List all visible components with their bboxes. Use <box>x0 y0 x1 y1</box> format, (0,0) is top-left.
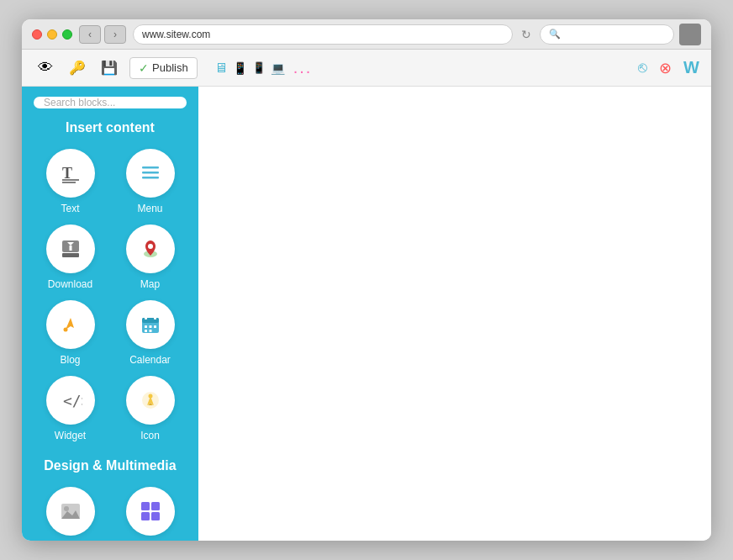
save-icon[interactable]: 💾 <box>98 56 121 80</box>
svg-rect-16 <box>154 315 156 320</box>
svg-rect-18 <box>149 325 151 328</box>
svg-text:</>: </> <box>63 392 82 409</box>
share-icon[interactable]: ⎋ <box>638 59 647 77</box>
svg-rect-19 <box>154 325 156 328</box>
maximize-button[interactable] <box>62 29 72 40</box>
search-icon: 🔍 <box>549 29 561 40</box>
main-area: Search blocks... Insert content T Text <box>22 87 711 541</box>
svg-rect-7 <box>62 253 79 257</box>
blog-icon <box>59 313 82 336</box>
close-button[interactable] <box>32 29 42 40</box>
title-bar: ‹ › www.sitew.com ↻ 🔍 <box>22 19 711 50</box>
svg-rect-21 <box>149 330 151 332</box>
refresh-button[interactable]: ↻ <box>518 28 535 41</box>
svg-point-12 <box>63 328 67 332</box>
toolbar-left: 👁 🔑 💾 ✓ Publish 🖥 📱 📱 💻 ... <box>34 56 630 80</box>
url-text: www.sitew.com <box>142 29 210 40</box>
svg-point-26 <box>64 506 69 511</box>
image-icon <box>59 499 82 523</box>
back-button[interactable]: ‹ <box>79 25 101 44</box>
block-item-download[interactable]: Download <box>34 225 107 290</box>
block-item-calendar[interactable]: Calendar <box>113 300 187 366</box>
block-circle-image <box>46 487 95 536</box>
block-item-blog[interactable]: Blog <box>34 300 107 366</box>
block-circle-icon <box>126 376 175 425</box>
svg-rect-15 <box>145 315 147 320</box>
toolbar-right: ⎋ ⊗ W <box>638 58 699 77</box>
tv-icon[interactable]: 💻 <box>271 61 285 75</box>
map-icon <box>139 237 162 261</box>
desktop-icon[interactable]: 🖥 <box>214 61 228 76</box>
svg-rect-3 <box>142 166 159 169</box>
svg-rect-17 <box>145 325 147 328</box>
block-circle-widget: </> <box>46 376 95 425</box>
browser-search-bar[interactable]: 🔍 <box>540 24 674 45</box>
publish-button[interactable]: ✓ Publish <box>129 57 198 79</box>
tablet-icon[interactable]: 📱 <box>233 61 247 75</box>
svg-point-11 <box>148 244 153 249</box>
svg-rect-4 <box>142 172 159 174</box>
svg-rect-9 <box>69 246 71 251</box>
insert-content-grid: T Text <box>22 149 198 453</box>
block-circle-blog <box>46 300 95 349</box>
design-multimedia-grid: Image Gallery <box>22 487 198 541</box>
search-blocks-placeholder: Search blocks... <box>44 97 115 108</box>
svg-rect-28 <box>141 502 150 510</box>
block-circle-gallery <box>126 487 175 536</box>
download-icon <box>59 237 82 261</box>
block-item-gallery[interactable]: Gallery <box>113 487 187 541</box>
block-circle-download <box>46 225 95 273</box>
block-label-widget: Widget <box>55 430 86 441</box>
device-icons: 🖥 📱 📱 💻 <box>214 61 285 76</box>
search-blocks-input[interactable]: Search blocks... <box>34 97 187 108</box>
icon-icon <box>139 388 162 412</box>
block-item-widget[interactable]: </> Widget <box>34 376 107 441</box>
block-item-text[interactable]: T Text <box>34 149 107 214</box>
menu-icon <box>139 161 162 185</box>
extension-icon[interactable] <box>679 24 701 45</box>
svg-rect-20 <box>145 330 147 332</box>
insert-content-title: Insert content <box>22 115 198 139</box>
publish-label: Publish <box>152 61 188 74</box>
block-label-icon: Icon <box>140 430 160 441</box>
block-label-calendar: Calendar <box>129 354 171 366</box>
block-label-blog: Blog <box>60 354 80 366</box>
block-label-download: Download <box>48 278 92 290</box>
block-circle-text: T <box>46 149 95 198</box>
address-bar-wrapper: www.sitew.com ↻ 🔍 <box>133 24 701 45</box>
svg-rect-29 <box>151 502 160 510</box>
block-label-map: Map <box>140 278 160 290</box>
calendar-icon <box>139 313 162 336</box>
block-circle-menu <box>126 149 175 198</box>
toolbar: 👁 🔑 💾 ✓ Publish 🖥 📱 📱 💻 ... ⎋ ⊗ W <box>22 50 711 87</box>
eye-icon[interactable]: 👁 <box>34 56 57 80</box>
more-button[interactable]: ... <box>293 58 313 77</box>
brand-logo[interactable]: W <box>683 58 699 77</box>
svg-rect-30 <box>141 512 150 520</box>
block-circle-calendar <box>126 300 175 349</box>
traffic-lights <box>32 29 72 40</box>
svg-text:T: T <box>62 165 72 182</box>
design-multimedia-title: Design & Multimedia <box>22 453 198 477</box>
svg-rect-5 <box>142 177 159 179</box>
content-area <box>198 87 711 541</box>
nav-buttons: ‹ › <box>79 25 126 44</box>
browser-window: ‹ › www.sitew.com ↻ 🔍 👁 🔑 💾 ✓ Publish 🖥 <box>22 19 711 541</box>
block-circle-map <box>126 225 175 273</box>
block-item-menu[interactable]: Menu <box>113 149 187 214</box>
address-bar[interactable]: www.sitew.com <box>133 24 513 45</box>
block-item-image[interactable]: Image <box>34 487 107 541</box>
block-item-icon[interactable]: Icon <box>113 376 187 441</box>
block-label-text: Text <box>61 203 79 214</box>
phone-icon[interactable]: 📱 <box>252 61 266 74</box>
minimize-button[interactable] <box>47 29 57 40</box>
key-icon[interactable]: 🔑 <box>66 56 89 80</box>
widget-icon: </> <box>59 388 82 412</box>
block-item-map[interactable]: Map <box>113 225 187 290</box>
sidebar: Search blocks... Insert content T Text <box>22 87 198 541</box>
block-label-menu: Menu <box>137 203 162 214</box>
check-icon: ✓ <box>139 61 149 75</box>
text-icon: T <box>59 161 82 185</box>
forward-button[interactable]: › <box>104 25 126 44</box>
help-icon[interactable]: ⊗ <box>659 59 672 77</box>
